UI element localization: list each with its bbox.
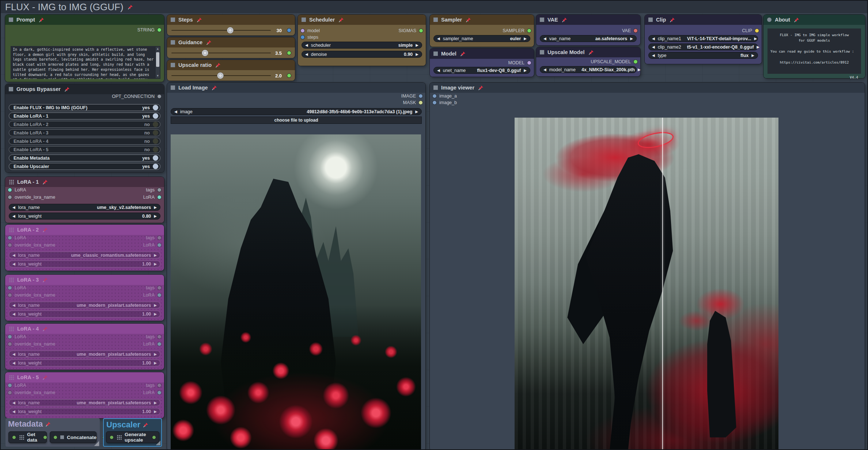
port-dot[interactable] [110, 435, 114, 439]
lora-output-dot[interactable] [157, 390, 162, 395]
tags-output-dot[interactable] [157, 236, 162, 240]
override-lora-name-input-dot[interactable] [8, 342, 12, 346]
toggle-knob[interactable] [153, 164, 158, 169]
lora-weight-widget[interactable]: ◀ lora_weight 1.00 ▶ [9, 359, 160, 366]
lora-weight-widget[interactable]: ◀ lora_weight 1.00 ▶ [9, 260, 160, 267]
upscale-model-output-dot[interactable] [633, 60, 638, 64]
lora-output-dot[interactable] [157, 195, 162, 199]
node-generate-upscale-collapsed[interactable]: Generate upscale [106, 431, 159, 443]
clip-header[interactable]: Clip [645, 15, 762, 25]
vae-header[interactable]: VAE [536, 15, 640, 25]
override-lora-name-input-dot[interactable] [8, 390, 12, 395]
decrement-arrow-icon[interactable]: ◀ [174, 110, 177, 114]
toggle-enable-lora-5[interactable]: Enable LoRA - 5 no [9, 146, 160, 153]
decrement-arrow-icon[interactable]: ◀ [12, 214, 15, 218]
tags-output-dot[interactable] [157, 286, 162, 290]
about-header[interactable]: About [763, 15, 865, 25]
toggle-knob[interactable] [153, 105, 158, 110]
denoise-widget[interactable]: ◀ denoise 0.90 ▶ [302, 51, 422, 58]
collapse-square-icon[interactable] [648, 18, 653, 22]
increment-arrow-icon[interactable]: ▶ [638, 68, 641, 72]
collapse-square-icon[interactable] [171, 63, 175, 67]
guidance-slider-track[interactable] [171, 53, 271, 53]
about-link[interactable]: https://civitai.com/articles/8912 [770, 60, 858, 65]
sampler-header[interactable]: Sampler [430, 15, 534, 25]
lora-input-dot[interactable] [8, 236, 12, 240]
toggle-knob[interactable] [153, 138, 158, 144]
mask-output-dot[interactable] [418, 100, 423, 105]
model-input-dot[interactable] [300, 28, 305, 33]
collapse-circle-icon[interactable] [767, 18, 772, 22]
clip-name1-widget[interactable]: ◀ clip_name1 ViT-L-14-TEXT-detail-improv… [648, 35, 758, 42]
port-dot[interactable] [12, 435, 16, 439]
groups-bypasser-header[interactable]: Groups Bypasser [5, 84, 164, 94]
override-lora-name-input-dot[interactable] [8, 293, 12, 297]
image-b-input-dot[interactable] [432, 100, 437, 105]
tags-output-dot[interactable] [157, 335, 162, 339]
lora-input-dot[interactable] [8, 383, 12, 388]
increment-arrow-icon[interactable]: ▶ [154, 312, 157, 316]
lora-input-dot[interactable] [8, 286, 12, 290]
lora-2-header[interactable]: LoRA - 2 [5, 225, 164, 235]
override-lora-name-input-dot[interactable] [8, 195, 12, 199]
decrement-arrow-icon[interactable]: ◀ [305, 53, 308, 56]
steps-slider-track[interactable] [171, 30, 271, 31]
port-dot[interactable] [43, 435, 47, 439]
port-dot[interactable] [152, 435, 156, 439]
toggle-enable-metadata[interactable]: Enable Metadata yes [9, 155, 160, 161]
decrement-arrow-icon[interactable]: ◀ [437, 37, 440, 41]
increment-arrow-icon[interactable]: ▶ [154, 410, 157, 413]
collapse-square-icon[interactable] [540, 50, 544, 54]
increment-arrow-icon[interactable]: ▶ [630, 37, 633, 41]
increment-arrow-icon[interactable]: ▶ [524, 69, 527, 72]
steps-input-dot[interactable] [300, 35, 305, 39]
lora-name-widget[interactable]: ◀ lora_name ume_classic_romantism.safete… [9, 252, 160, 259]
lora-weight-widget[interactable]: ◀ lora_weight 1.00 ▶ [9, 310, 160, 317]
unet-name-widget[interactable]: ◀ unet_name flux1-dev-Q8_0.gguf ▶ [433, 67, 530, 74]
upscale-model-header[interactable]: Upscale Model [536, 47, 640, 57]
collapse-square-icon[interactable] [433, 18, 438, 22]
sampler-name-widget[interactable]: ◀ sampler_name euler ▶ [433, 35, 530, 42]
toggle-knob[interactable] [153, 130, 158, 136]
guidance-header[interactable]: Guidance [167, 37, 295, 47]
upscale-ratio-header[interactable]: Upscale ratio [167, 60, 295, 70]
increment-arrow-icon[interactable]: ▶ [154, 361, 157, 365]
node-graph-canvas[interactable]: FLUX - IMG to IMG (GGUF) STRING In a dar… [0, 0, 868, 450]
lora-name-widget[interactable]: ◀ lora_name ume_modern_pixelart.safetens… [9, 351, 160, 358]
toggle-enable-lora-1[interactable]: Enable LoRA - 1 yes [9, 113, 160, 119]
sampler-output-dot[interactable] [527, 28, 531, 33]
guidance-slider-knob[interactable] [202, 50, 208, 56]
toggle-knob[interactable] [153, 122, 158, 127]
decrement-arrow-icon[interactable]: ◀ [652, 45, 655, 49]
collapse-square-icon[interactable] [433, 52, 438, 56]
node-concatenate-collapsed[interactable]: Concatenate [50, 431, 96, 443]
toggle-enable-lora-4[interactable]: Enable LoRA - 4 no [9, 138, 160, 145]
prompt-textarea[interactable]: In a dark, gothic-inspired scene with a … [11, 46, 160, 79]
clip-type-widget[interactable]: ◀ type flux ▶ [648, 52, 758, 59]
decrement-arrow-icon[interactable]: ◀ [12, 304, 15, 307]
lora-4-header[interactable]: LoRA - 4 [5, 324, 164, 334]
increment-arrow-icon[interactable]: ▶ [751, 54, 754, 57]
toggle-knob[interactable] [153, 147, 158, 152]
lora-weight-widget[interactable]: ◀ lora_weight 0.80 ▶ [9, 213, 160, 220]
increment-arrow-icon[interactable]: ▶ [415, 110, 418, 114]
clip-name2-widget[interactable]: ◀ clip_name2 t5-v1_1-xxl-encoder-Q8_0.gg… [648, 43, 758, 50]
vae-name-widget[interactable]: ◀ vae_name ae.safetensors ▶ [540, 35, 637, 42]
collapse-square-icon[interactable] [171, 40, 175, 45]
lora-output-dot[interactable] [157, 293, 162, 297]
scheduler-header[interactable]: Scheduler [298, 15, 426, 25]
grid-icon[interactable] [9, 277, 14, 282]
toggle-enable-lora-3[interactable]: Enable LoRA - 3 no [9, 129, 160, 136]
collapse-square-icon[interactable] [9, 87, 13, 91]
collapse-square-icon[interactable] [9, 18, 13, 22]
upscale-model-name-widget[interactable]: ◀ model_name 4x_NMKD-Siax_200k.pth ▶ [540, 66, 637, 73]
increment-arrow-icon[interactable]: ▶ [754, 37, 757, 41]
decrement-arrow-icon[interactable]: ◀ [543, 37, 546, 41]
decrement-arrow-icon[interactable]: ◀ [652, 54, 655, 57]
decrement-arrow-icon[interactable]: ◀ [12, 401, 15, 405]
decrement-arrow-icon[interactable]: ◀ [12, 206, 15, 209]
lora-name-widget[interactable]: ◀ lora_name ume_modern_pixelart.safetens… [9, 302, 160, 309]
clip-output-dot[interactable] [755, 28, 759, 33]
prompt-header[interactable]: Prompt [5, 15, 164, 25]
lora-1-header[interactable]: LoRA - 1 [5, 177, 164, 187]
